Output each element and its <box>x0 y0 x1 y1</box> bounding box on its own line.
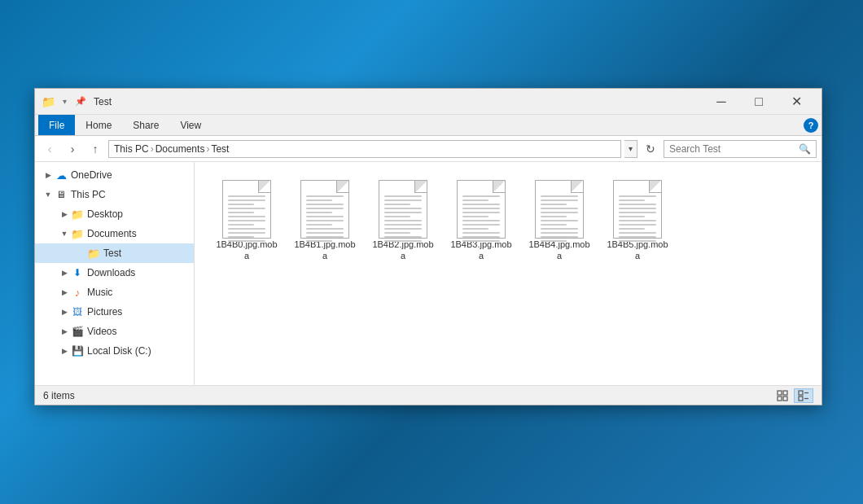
doc-line <box>228 208 265 209</box>
doc-line <box>541 195 578 197</box>
sidebar-item-thispc[interactable]: ▼ 🖥 This PC <box>35 185 194 204</box>
sidebar-item-downloads[interactable]: ▶ ⬇ Downloads <box>35 263 194 283</box>
doc-line <box>306 220 344 221</box>
doc-line <box>541 236 578 238</box>
address-path[interactable]: This PC › Documents › Test <box>108 140 621 158</box>
refresh-button[interactable]: ↻ <box>641 139 660 159</box>
file-item-0[interactable]: 1B4B0.jpg.moba <box>211 175 283 267</box>
file-item-1[interactable]: 1B4B1.jpg.moba <box>289 175 361 267</box>
status-bar: 6 items <box>35 385 821 405</box>
sidebar-label-localdisk: Local Disk (C:) <box>87 345 151 357</box>
view-list-button[interactable] <box>794 388 813 403</box>
title-arrow-icon: ▾ <box>58 95 71 108</box>
doc-line <box>541 228 578 230</box>
file-icon-3 <box>457 180 506 239</box>
music-icon: ♪ <box>71 286 84 299</box>
folder-icon: 📁 <box>42 95 55 108</box>
view-grid-button[interactable] <box>773 388 792 403</box>
sidebar-label-test: Test <box>103 248 121 259</box>
tab-home[interactable]: Home <box>75 115 122 135</box>
doc-line <box>619 232 656 234</box>
doc-line <box>306 232 344 234</box>
doc-line <box>619 236 656 238</box>
tab-view[interactable]: View <box>169 115 212 135</box>
file-item-5[interactable]: 1B4B5.jpg.moba <box>602 175 673 267</box>
file-item-3[interactable]: 1B4B3.jpg.moba <box>445 175 517 267</box>
doc-line <box>384 240 422 242</box>
svg-rect-2 <box>778 397 782 401</box>
doc-line <box>384 195 422 197</box>
tab-file[interactable]: File <box>38 115 75 135</box>
sidebar-item-onedrive[interactable]: ▶ ☁ OneDrive <box>35 165 194 185</box>
sidebar-item-music[interactable]: ▶ ♪ Music <box>35 283 194 302</box>
doc-line <box>462 204 500 205</box>
videos-icon: 🎬 <box>71 325 84 338</box>
test-folder-icon: 📁 <box>87 247 100 260</box>
doc-line <box>619 220 656 221</box>
doc-line <box>306 236 344 238</box>
doc-line <box>541 232 578 234</box>
file-item-2[interactable]: 1B4B2.jpg.moba <box>367 175 439 267</box>
sidebar-item-desktop[interactable]: ▶ 📁 Desktop <box>35 204 194 224</box>
sidebar-label-videos: Videos <box>87 326 116 337</box>
doc-line <box>541 212 578 213</box>
back-button[interactable]: ‹ <box>40 139 59 159</box>
path-documents: Documents <box>156 143 205 155</box>
doc-line <box>384 232 410 234</box>
forward-button[interactable]: › <box>63 139 82 159</box>
svg-rect-0 <box>778 391 782 395</box>
address-dropdown[interactable]: ▾ <box>624 140 637 158</box>
search-input[interactable] <box>669 143 799 155</box>
expand-icon: ▶ <box>58 266 71 279</box>
sidebar-item-videos[interactable]: ▶ 🎬 Videos <box>35 322 194 341</box>
sidebar-label-documents: Documents <box>87 228 137 239</box>
doc-line <box>541 240 567 242</box>
window-controls: ─ □ ✕ <box>703 89 815 115</box>
minimize-button[interactable]: ─ <box>703 89 740 115</box>
doc-lines <box>619 195 656 242</box>
search-icon[interactable]: 🔍 <box>799 143 811 155</box>
doc-lines <box>228 195 265 242</box>
file-icon-5 <box>613 180 662 239</box>
file-item-4[interactable]: 1B4B4.jpg.moba <box>523 175 595 267</box>
maximize-button[interactable]: □ <box>740 89 778 115</box>
doc-line <box>462 195 500 197</box>
doc-line <box>619 224 656 226</box>
sidebar-item-test[interactable]: ▶ 📁 Test <box>35 243 194 263</box>
file-area: 1B4B0.jpg.moba <box>195 162 821 385</box>
doc-line <box>462 224 500 226</box>
pictures-icon: 🖼 <box>71 305 84 318</box>
doc-line <box>384 216 410 217</box>
expand-icon: ▶ <box>58 286 71 299</box>
close-button[interactable]: ✕ <box>778 89 815 115</box>
sidebar-label-desktop: Desktop <box>87 208 123 220</box>
tab-share[interactable]: Share <box>122 115 169 135</box>
doc-line <box>228 212 254 213</box>
doc-line <box>384 236 422 238</box>
doc-line <box>228 224 254 226</box>
file-name-2: 1B4B2.jpg.moba <box>370 239 436 262</box>
onedrive-icon: ☁ <box>55 169 68 182</box>
doc-line <box>541 204 567 205</box>
doc-line <box>619 195 656 197</box>
expand-icon: ▶ <box>58 208 71 221</box>
file-icon-1 <box>300 180 349 239</box>
doc-line <box>541 224 567 226</box>
sidebar: ▶ ☁ OneDrive ▼ 🖥 This PC ▶ 📁 Desktop ▼ 📁… <box>35 162 195 385</box>
expand-icon: ▼ <box>42 188 55 201</box>
sidebar-label-downloads: Downloads <box>87 267 135 278</box>
file-name-5: 1B4B5.jpg.moba <box>605 239 670 262</box>
doc-line <box>619 228 645 230</box>
doc-line <box>384 228 422 230</box>
sidebar-item-pictures[interactable]: ▶ 🖼 Pictures <box>35 302 194 322</box>
sidebar-item-localdisk[interactable]: ▶ 💾 Local Disk (C:) <box>35 341 194 361</box>
up-button[interactable]: ↑ <box>85 139 105 159</box>
doc-line <box>384 208 422 209</box>
thispc-icon: 🖥 <box>55 188 68 201</box>
sidebar-item-documents[interactable]: ▼ 📁 Documents <box>35 224 194 243</box>
svg-rect-3 <box>783 397 787 401</box>
help-button[interactable]: ? <box>804 118 818 133</box>
expand-icon: ▼ <box>58 227 71 240</box>
doc-line <box>228 220 265 221</box>
sep2: › <box>206 143 209 155</box>
